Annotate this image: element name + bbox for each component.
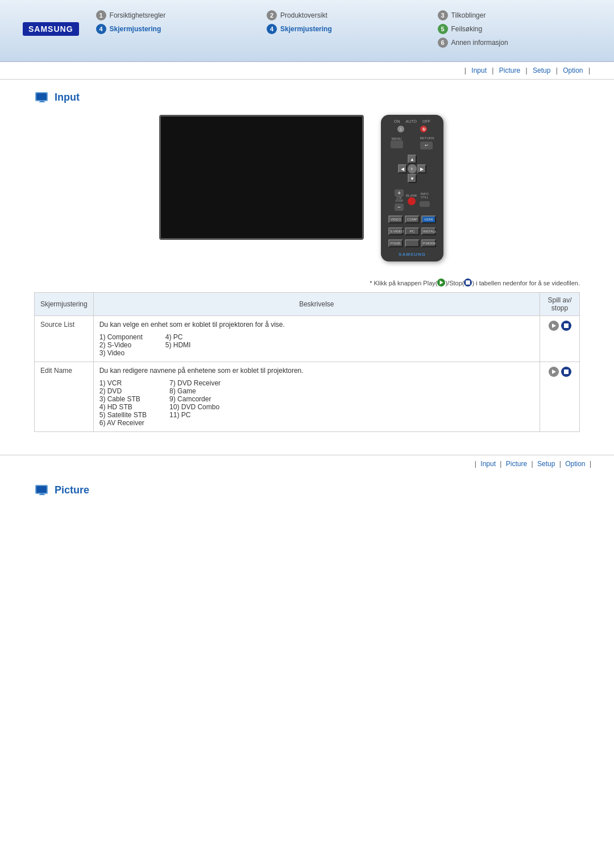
remote-pmode-button[interactable]: P.MODE	[421, 239, 436, 247]
table-header-desc: Beskrivelse	[93, 293, 540, 316]
remote-control: ON AUTO OFF | ⏻ MENU RE	[381, 115, 443, 261]
editname-items: 1) VCR 2) DVD 3) Cable STB 4) HD STB 5) …	[99, 379, 534, 427]
nav-item-1[interactable]: 1 Forsiktighetsregler	[96, 10, 250, 20]
remote-dpad: ▲ ◀ ▶ ▼	[398, 155, 426, 183]
remote-blank-label: BLANK	[406, 194, 417, 197]
nav-num-4a: 4	[96, 24, 106, 34]
editname-item-9: 9) Camcorder	[169, 395, 221, 403]
remote-empty-button[interactable]	[405, 239, 420, 247]
nav-num-5: 5	[438, 24, 448, 34]
sourcelist-item-5: 5) HDMI	[165, 341, 191, 349]
dpad-right-button[interactable]: ▶	[417, 164, 426, 173]
editname-col1: 1) VCR 2) DVD 3) Cable STB 4) HD STB 5) …	[99, 379, 147, 427]
remote-off-button[interactable]: ⏻	[420, 126, 427, 132]
bottom-nav-link-setup[interactable]: Setup	[537, 460, 555, 468]
remote-blank-button[interactable]	[408, 197, 416, 205]
remote-still-label: STILL	[420, 196, 430, 199]
editname-item-4: 4) HD STB	[99, 403, 147, 411]
sourcelist-play-icons	[546, 321, 574, 331]
svg-rect-11	[36, 486, 47, 493]
sep: |	[464, 67, 466, 74]
dpad-left-button[interactable]: ◀	[398, 164, 407, 173]
input-section: Input ON AUTO OFF | ⏻ MENU	[0, 80, 614, 449]
nav-item-4b[interactable]: 4 Skjermjustering	[267, 24, 420, 34]
remote-comp-button[interactable]: COMP	[405, 215, 420, 223]
remote-install-button[interactable]: INSTALL	[421, 227, 436, 235]
picture-icon	[34, 484, 50, 496]
sourcelist-play-btn[interactable]	[549, 321, 559, 331]
editname-play-btn[interactable]	[549, 367, 559, 377]
nav-item-6[interactable]: 6 Annen informasjon	[438, 38, 591, 48]
bottom-nav-link-option[interactable]: Option	[565, 460, 585, 468]
section-nav-bottom: | Input | Picture | Setup | Option |	[0, 455, 614, 472]
nav-num-2: 2	[267, 10, 277, 20]
nav-item-2[interactable]: 2 Produktoversikt	[267, 10, 420, 20]
remote-small-btns-3: P.SIZE P.MODE	[388, 239, 436, 247]
editname-col2: 7) DVD Receiver 8) Game 9) Camcorder 10)…	[169, 379, 221, 427]
sourcelist-item-3: 3) Video	[99, 349, 143, 357]
sourcelist-item-4: 4) PC	[165, 333, 191, 341]
table-cell-sourcelist-name: Source List	[35, 316, 94, 362]
input-title-text: Input	[55, 92, 80, 103]
remote-on-button[interactable]: |	[397, 126, 404, 132]
nav-item-3[interactable]: 3 Tilkoblinger	[438, 10, 591, 20]
remote-off-label: OFF	[422, 119, 430, 123]
nav-label-4a: Skjermjustering	[110, 25, 161, 33]
sourcelist-stop-btn[interactable]	[561, 321, 571, 331]
nav-label-4b: Skjermjustering	[280, 25, 332, 33]
sourcelist-item-1: 1) Component	[99, 333, 143, 341]
remote-video-button[interactable]: VIDEO	[388, 215, 403, 223]
remote-return-button[interactable]: ↩	[420, 142, 433, 149]
nav-num-6: 6	[438, 38, 448, 48]
remote-blank-group: BLANK	[406, 194, 417, 206]
remote-auto-label: AUTO	[406, 119, 417, 123]
dpad-up-button[interactable]: ▲	[408, 155, 417, 164]
nav-link-option[interactable]: Option	[563, 67, 583, 74]
bottom-nav-link-input[interactable]: Input	[480, 460, 496, 468]
sourcelist-items: 1) Component 2) S-Video 3) Video 4) PC 5…	[99, 333, 534, 357]
screen-image	[159, 115, 364, 240]
nav-link-setup[interactable]: Setup	[533, 67, 550, 74]
nav-item-5[interactable]: 5 Feilsøking	[438, 24, 591, 34]
bottom-nav-link-picture[interactable]: Picture	[506, 460, 527, 468]
table-cell-editname-desc: Du kan redigere navnene på enhetene som …	[93, 362, 540, 432]
remote-info-button[interactable]	[420, 201, 430, 207]
nav-link-input[interactable]: Input	[471, 67, 487, 74]
nav-num-1: 1	[96, 10, 106, 20]
dpad-center-icon	[409, 166, 415, 172]
editname-item-3: 3) Cable STB	[99, 395, 147, 403]
editname-item-2: 2) DVD	[99, 387, 147, 395]
table-cell-sourcelist-play	[540, 316, 580, 362]
table-row-sourcelist: Source List Du kan velge en enhet som er…	[35, 316, 580, 362]
remote-hdmi-button[interactable]: HDMI	[421, 215, 436, 223]
dpad-center	[408, 164, 417, 173]
sep-bottom: |	[475, 460, 476, 468]
visual-area: ON AUTO OFF | ⏻ MENU RE	[34, 115, 580, 261]
header: SAMSUNG 1 Forsiktighetsregler 2 Produkto…	[0, 0, 614, 62]
nav-item-4a[interactable]: 4 Skjermjustering	[96, 24, 250, 34]
samsung-logo: SAMSUNG	[23, 22, 79, 36]
dpad-down-button[interactable]: ▼	[408, 174, 417, 183]
remote-pc-button[interactable]: PC	[405, 227, 420, 235]
nav-label-3: Tilkoblinger	[451, 11, 486, 19]
picture-title-row: Picture	[34, 484, 580, 496]
editname-stop-btn[interactable]	[561, 367, 571, 377]
sourcelist-item-2: 2) S-Video	[99, 341, 143, 349]
editname-item-8: 8) Game	[169, 387, 221, 395]
remote-vol-row: + CH/STOP − BLANK INFO STILL	[395, 188, 430, 211]
sourcelist-col1: 1) Component 2) S-Video 3) Video	[99, 333, 143, 357]
nav-link-picture[interactable]: Picture	[499, 67, 520, 74]
remote-psize-button[interactable]: P.SIZE	[388, 239, 403, 247]
dpad-empty-tr	[417, 155, 426, 164]
svg-marker-3	[411, 167, 413, 171]
nav-grid: 1 Forsiktighetsregler 2 Produktoversikt …	[96, 10, 591, 48]
remote-menu-button[interactable]	[391, 140, 403, 148]
table-cell-editname-name: Edit Name	[35, 362, 94, 432]
note-play-icon	[437, 279, 445, 286]
svg-rect-9	[564, 369, 569, 374]
remote-menu-group: MENU	[391, 137, 403, 149]
remote-minus-button[interactable]: −	[395, 203, 404, 211]
table-cell-editname-play	[540, 362, 580, 432]
remote-svideo-button[interactable]: S.VIDEO	[388, 227, 403, 235]
nav-num-3: 3	[438, 10, 448, 20]
